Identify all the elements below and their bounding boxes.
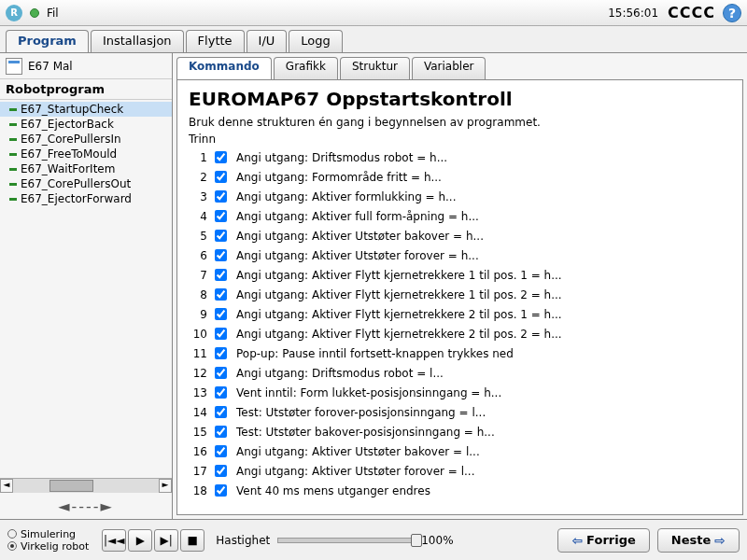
step-checkbox[interactable] [215, 210, 227, 222]
step-checkbox[interactable] [215, 426, 227, 438]
step-number: 2 [189, 171, 207, 184]
scroll-right-icon[interactable]: ► [159, 479, 172, 493]
step-number: 5 [189, 230, 207, 243]
step-text: Angi utgang: Aktiver Flytt kjernetrekker… [236, 288, 562, 301]
step-text: Angi utgang: Formområde fritt = h... [236, 171, 442, 184]
tab-logg[interactable]: Logg [289, 30, 342, 52]
h-scrollbar[interactable]: ◄ ► [0, 478, 172, 493]
steps-label: Trinn [189, 133, 731, 146]
scroll-left-icon[interactable]: ◄ [0, 479, 13, 493]
step-text: Vent 40 ms mens utganger endres [236, 484, 430, 497]
tree-bullet-icon [9, 183, 17, 186]
step-text: Test: Utstøter bakover-posisjonsinngang … [236, 426, 495, 439]
stop-button[interactable]: ■ [180, 529, 204, 552]
disk-icon[interactable] [6, 58, 22, 75]
step-checkbox[interactable] [215, 269, 227, 281]
nav-arrows[interactable]: ◄----► [0, 493, 172, 519]
step-text: Angi utgang: Aktiver Utstøter forover = … [236, 249, 479, 262]
step-row: 12Angi utgang: Driftsmodus robot = l... [189, 363, 731, 383]
tab-iu[interactable]: I/U [247, 30, 288, 52]
tree-item[interactable]: E67_CorePullersIn [0, 132, 172, 147]
step-text: Vent inntil: Form lukket-posisjonsinngan… [236, 386, 501, 399]
tree-item[interactable]: E67_EjectorBack [0, 117, 172, 132]
step-number: 1 [189, 151, 207, 164]
program-tree[interactable]: E67_StartupCheckE67_EjectorBackE67_CoreP… [0, 100, 172, 478]
sub-tabs: Kommando Grafikk Struktur Variabler [176, 57, 747, 79]
tree-item[interactable]: E67_StartupCheck [0, 102, 172, 117]
step-row: 6Angi utgang: Aktiver Utstøter forover =… [189, 245, 731, 265]
page-title: EUROMAP67 Oppstartskontroll [189, 88, 731, 110]
step-checkbox[interactable] [215, 328, 227, 340]
step-row: 14Test: Utstøter forover-posisjonsinngan… [189, 402, 731, 422]
status-cccc: CCCC [668, 4, 715, 21]
step-checkbox[interactable] [215, 367, 227, 379]
step-checkbox[interactable] [215, 465, 227, 477]
step-checkbox[interactable] [215, 484, 227, 497]
tree-item[interactable]: E67_WaitForItem [0, 161, 172, 176]
step-number: 7 [189, 269, 207, 282]
tab-installasjon[interactable]: Installasjon [91, 30, 184, 52]
left-panel: E67 Mal Robotprogram E67_StartupCheckE67… [0, 53, 173, 519]
step-row: 11Pop-up: Pause inntil fortsett-knappen … [189, 343, 731, 363]
step-number: 15 [189, 426, 207, 439]
clock: 15:56:01 [608, 7, 658, 20]
mode-sim[interactable]: Simulering [7, 528, 89, 540]
step-number: 12 [189, 367, 207, 380]
bottombar: Simulering Virkelig robot |◄◄ ▶ ▶| ■ Has… [0, 519, 747, 560]
help-icon[interactable]: ? [723, 4, 741, 22]
tree-item[interactable]: E67_EjectorForward [0, 191, 172, 206]
prev-button[interactable]: ⇦Forrige [557, 528, 649, 553]
step-number: 4 [189, 210, 207, 223]
step-row: 2Angi utgang: Formområde fritt = h... [189, 167, 731, 187]
tab-program[interactable]: Program [6, 30, 89, 52]
step-row: 13Vent inntil: Form lukket-posisjonsinng… [189, 383, 731, 402]
step-row: 1Angi utgang: Driftsmodus robot = h... [189, 147, 731, 167]
step-button[interactable]: ▶| [154, 529, 178, 552]
step-text: Angi utgang: Aktiver full form-åpning = … [236, 210, 479, 223]
file-name: E67 Mal [28, 60, 73, 73]
rewind-button[interactable]: |◄◄ [102, 529, 126, 552]
tree-item-label: E67_WaitForItem [21, 162, 115, 175]
menu-file[interactable]: Fil [47, 7, 59, 20]
step-row: 17Angi utgang: Aktiver Utstøter forover … [189, 461, 731, 481]
main-tabs: Program Installasjon Flytte I/U Logg [6, 30, 747, 52]
step-text: Angi utgang: Aktiver Utstøter bakover = … [236, 445, 480, 458]
tree-bullet-icon [9, 153, 17, 156]
step-number: 18 [189, 484, 207, 497]
step-checkbox[interactable] [215, 230, 227, 242]
step-text: Angi utgang: Aktiver Flytt kjernetrekker… [236, 308, 562, 321]
tree-item[interactable]: E67_CorePullersOut [0, 176, 172, 191]
step-checkbox[interactable] [215, 445, 227, 457]
subtab-grafikk[interactable]: Grafikk [274, 57, 338, 79]
step-checkbox[interactable] [215, 288, 227, 301]
speed-slider[interactable] [277, 538, 417, 543]
subtab-struktur[interactable]: Struktur [340, 57, 410, 79]
next-button[interactable]: Neste⇨ [657, 528, 740, 553]
step-text: Angi utgang: Aktiver Flytt kjernetrekker… [236, 328, 562, 341]
step-checkbox[interactable] [215, 190, 227, 203]
play-button[interactable]: ▶ [128, 529, 152, 552]
step-checkbox[interactable] [215, 151, 227, 163]
step-number: 10 [189, 328, 207, 341]
step-checkbox[interactable] [215, 308, 227, 320]
subtab-kommando[interactable]: Kommando [176, 57, 272, 79]
step-text: Angi utgang: Aktiver formlukking = h... [236, 190, 456, 203]
step-checkbox[interactable] [215, 249, 227, 261]
step-checkbox[interactable] [215, 347, 227, 359]
tree-bullet-icon [9, 138, 17, 141]
mode-real[interactable]: Virkelig robot [7, 540, 89, 553]
step-checkbox[interactable] [215, 386, 227, 399]
step-checkbox[interactable] [215, 171, 227, 183]
step-text: Pop-up: Pause inntil fortsett-knappen tr… [236, 347, 514, 360]
tree-item-label: E67_EjectorBack [21, 118, 114, 131]
tree-bullet-icon [9, 198, 17, 201]
tree-bullet-icon [9, 123, 17, 126]
tree-item[interactable]: E67_FreeToMould [0, 147, 172, 161]
step-number: 9 [189, 308, 207, 321]
step-row: 8Angi utgang: Aktiver Flytt kjernetrekke… [189, 285, 731, 304]
step-checkbox[interactable] [215, 406, 227, 418]
description: Bruk denne strukturen én gang i begynnel… [189, 116, 731, 129]
subtab-variabler[interactable]: Variabler [412, 57, 486, 79]
step-text: Angi utgang: Driftsmodus robot = l... [236, 367, 444, 380]
tab-flytte[interactable]: Flytte [186, 30, 245, 52]
